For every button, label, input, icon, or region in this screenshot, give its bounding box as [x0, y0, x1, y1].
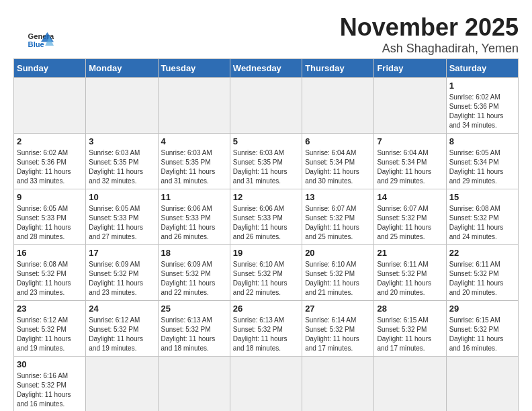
day-info: Sunrise: 6:10 AM Sunset: 5:32 PM Dayligh…	[305, 260, 371, 298]
location-subtitle: Ash Shaghadirah, Yemen	[13, 42, 519, 56]
calendar-cell: 10Sunrise: 6:05 AM Sunset: 5:33 PM Dayli…	[86, 189, 158, 245]
day-info: Sunrise: 6:12 AM Sunset: 5:32 PM Dayligh…	[89, 316, 154, 353]
day-info: Sunrise: 6:12 AM Sunset: 5:32 PM Dayligh…	[17, 316, 83, 353]
logo: General Blue	[27, 27, 56, 54]
day-number: 5	[233, 136, 299, 146]
day-info: Sunrise: 6:11 AM Sunset: 5:32 PM Dayligh…	[377, 260, 443, 298]
calendar-cell: 2Sunrise: 6:02 AM Sunset: 5:36 PM Daylig…	[14, 134, 86, 189]
day-info: Sunrise: 6:03 AM Sunset: 5:35 PM Dayligh…	[89, 148, 154, 186]
day-info: Sunrise: 6:05 AM Sunset: 5:33 PM Dayligh…	[17, 204, 83, 242]
calendar-cell: 19Sunrise: 6:10 AM Sunset: 5:32 PM Dayli…	[230, 245, 302, 301]
day-info: Sunrise: 6:06 AM Sunset: 5:33 PM Dayligh…	[233, 204, 299, 242]
day-number: 21	[377, 248, 443, 258]
calendar-cell: 7Sunrise: 6:04 AM Sunset: 5:34 PM Daylig…	[374, 134, 446, 189]
weekday-header: Wednesday	[230, 59, 302, 78]
weekday-header: Tuesday	[158, 59, 230, 78]
calendar-cell: 18Sunrise: 6:09 AM Sunset: 5:32 PM Dayli…	[158, 245, 230, 301]
calendar-cell: 1Sunrise: 6:02 AM Sunset: 5:36 PM Daylig…	[446, 78, 518, 134]
calendar-table: SundayMondayTuesdayWednesdayThursdayFrid…	[13, 58, 519, 411]
calendar-cell	[86, 78, 158, 134]
day-info: Sunrise: 6:13 AM Sunset: 5:32 PM Dayligh…	[233, 316, 299, 353]
day-info: Sunrise: 6:15 AM Sunset: 5:32 PM Dayligh…	[449, 316, 515, 353]
calendar-cell: 13Sunrise: 6:07 AM Sunset: 5:32 PM Dayli…	[302, 189, 374, 245]
day-number: 22	[449, 248, 515, 258]
day-info: Sunrise: 6:09 AM Sunset: 5:32 PM Dayligh…	[89, 260, 154, 298]
day-info: Sunrise: 6:03 AM Sunset: 5:35 PM Dayligh…	[161, 148, 227, 186]
day-info: Sunrise: 6:07 AM Sunset: 5:32 PM Dayligh…	[305, 204, 371, 242]
weekday-header: Sunday	[14, 59, 86, 78]
day-number: 6	[305, 136, 371, 146]
calendar-cell: 28Sunrise: 6:15 AM Sunset: 5:32 PM Dayli…	[374, 301, 446, 357]
calendar-cell: 21Sunrise: 6:11 AM Sunset: 5:32 PM Dayli…	[374, 245, 446, 301]
day-number: 15	[449, 192, 515, 202]
calendar-cell: 23Sunrise: 6:12 AM Sunset: 5:32 PM Dayli…	[14, 301, 86, 357]
day-number: 4	[161, 136, 227, 146]
calendar-cell: 4Sunrise: 6:03 AM Sunset: 5:35 PM Daylig…	[158, 134, 230, 189]
calendar-cell	[158, 78, 230, 134]
day-info: Sunrise: 6:16 AM Sunset: 5:32 PM Dayligh…	[17, 371, 83, 409]
calendar-cell: 3Sunrise: 6:03 AM Sunset: 5:35 PM Daylig…	[86, 134, 158, 189]
day-number: 24	[89, 304, 154, 314]
day-number: 28	[377, 304, 443, 314]
day-number: 26	[233, 304, 299, 314]
day-number: 9	[17, 192, 83, 202]
day-info: Sunrise: 6:11 AM Sunset: 5:32 PM Dayligh…	[449, 260, 515, 298]
calendar-cell: 6Sunrise: 6:04 AM Sunset: 5:34 PM Daylig…	[302, 134, 374, 189]
calendar-cell: 14Sunrise: 6:07 AM Sunset: 5:32 PM Dayli…	[374, 189, 446, 245]
calendar-cell: 15Sunrise: 6:08 AM Sunset: 5:32 PM Dayli…	[446, 189, 518, 245]
calendar-cell: 26Sunrise: 6:13 AM Sunset: 5:32 PM Dayli…	[230, 301, 302, 357]
day-number: 20	[305, 248, 371, 258]
calendar-cell: 17Sunrise: 6:09 AM Sunset: 5:32 PM Dayli…	[86, 245, 158, 301]
day-number: 27	[305, 304, 371, 314]
day-number: 8	[449, 136, 515, 146]
day-info: Sunrise: 6:03 AM Sunset: 5:35 PM Dayligh…	[233, 148, 299, 186]
day-info: Sunrise: 6:09 AM Sunset: 5:32 PM Dayligh…	[161, 260, 227, 298]
day-number: 13	[305, 192, 371, 202]
day-number: 10	[89, 192, 154, 202]
day-number: 2	[17, 136, 83, 146]
calendar-cell	[86, 357, 158, 412]
calendar-cell: 22Sunrise: 6:11 AM Sunset: 5:32 PM Dayli…	[446, 245, 518, 301]
calendar-cell: 16Sunrise: 6:08 AM Sunset: 5:32 PM Dayli…	[14, 245, 86, 301]
day-number: 3	[89, 136, 154, 146]
calendar-cell: 11Sunrise: 6:06 AM Sunset: 5:33 PM Dayli…	[158, 189, 230, 245]
weekday-header: Friday	[374, 59, 446, 78]
day-info: Sunrise: 6:15 AM Sunset: 5:32 PM Dayligh…	[377, 316, 443, 353]
day-info: Sunrise: 6:14 AM Sunset: 5:32 PM Dayligh…	[305, 316, 371, 353]
day-info: Sunrise: 6:10 AM Sunset: 5:32 PM Dayligh…	[233, 260, 299, 298]
day-info: Sunrise: 6:04 AM Sunset: 5:34 PM Dayligh…	[305, 148, 371, 186]
day-info: Sunrise: 6:04 AM Sunset: 5:34 PM Dayligh…	[377, 148, 443, 186]
day-info: Sunrise: 6:08 AM Sunset: 5:32 PM Dayligh…	[17, 260, 83, 298]
weekday-header: Monday	[86, 59, 158, 78]
day-number: 11	[161, 192, 227, 202]
calendar-cell	[374, 357, 446, 412]
day-number: 16	[17, 248, 83, 258]
day-number: 30	[17, 359, 83, 369]
day-info: Sunrise: 6:02 AM Sunset: 5:36 PM Dayligh…	[17, 148, 83, 186]
weekday-header: Thursday	[302, 59, 374, 78]
calendar-cell: 9Sunrise: 6:05 AM Sunset: 5:33 PM Daylig…	[14, 189, 86, 245]
day-number: 25	[161, 304, 227, 314]
day-number: 12	[233, 192, 299, 202]
calendar-cell: 20Sunrise: 6:10 AM Sunset: 5:32 PM Dayli…	[302, 245, 374, 301]
calendar-cell	[230, 357, 302, 412]
day-info: Sunrise: 6:06 AM Sunset: 5:33 PM Dayligh…	[161, 204, 227, 242]
day-info: Sunrise: 6:05 AM Sunset: 5:33 PM Dayligh…	[89, 204, 154, 242]
day-info: Sunrise: 6:13 AM Sunset: 5:32 PM Dayligh…	[161, 316, 227, 353]
day-info: Sunrise: 6:08 AM Sunset: 5:32 PM Dayligh…	[449, 204, 515, 242]
day-number: 23	[17, 304, 83, 314]
calendar-cell: 29Sunrise: 6:15 AM Sunset: 5:32 PM Dayli…	[446, 301, 518, 357]
calendar-cell: 27Sunrise: 6:14 AM Sunset: 5:32 PM Dayli…	[302, 301, 374, 357]
calendar-cell: 24Sunrise: 6:12 AM Sunset: 5:32 PM Dayli…	[86, 301, 158, 357]
day-number: 1	[449, 81, 515, 91]
calendar-cell	[230, 78, 302, 134]
month-year-title: November 2025	[13, 13, 519, 42]
day-info: Sunrise: 6:07 AM Sunset: 5:32 PM Dayligh…	[377, 204, 443, 242]
calendar-cell: 25Sunrise: 6:13 AM Sunset: 5:32 PM Dayli…	[158, 301, 230, 357]
calendar-cell: 30Sunrise: 6:16 AM Sunset: 5:32 PM Dayli…	[14, 357, 86, 412]
day-number: 19	[233, 248, 299, 258]
calendar-cell	[302, 357, 374, 412]
day-number: 7	[377, 136, 443, 146]
day-number: 14	[377, 192, 443, 202]
calendar-cell: 5Sunrise: 6:03 AM Sunset: 5:35 PM Daylig…	[230, 134, 302, 189]
